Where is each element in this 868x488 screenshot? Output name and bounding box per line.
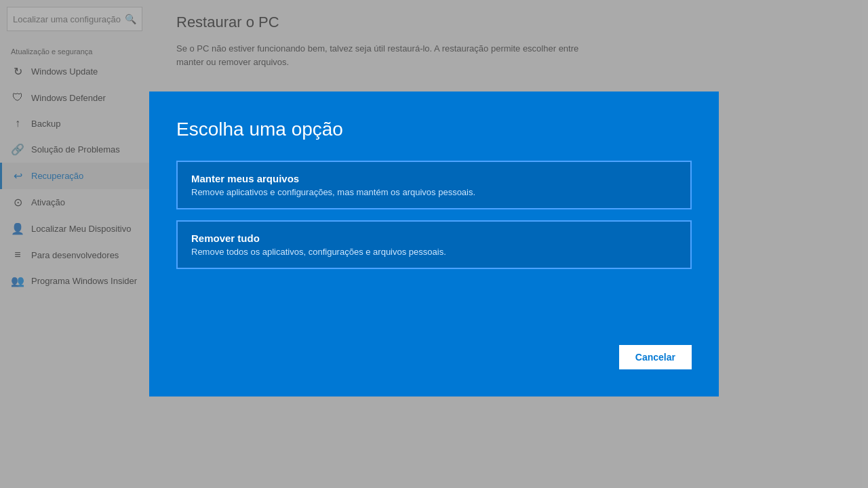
dialog-footer: Cancelar	[176, 325, 692, 369]
remove-all-option[interactable]: Remover tudo Remove todos os aplicativos…	[176, 220, 692, 269]
dialog-title: Escolha uma opção	[176, 119, 692, 140]
keep-files-title: Manter meus arquivos	[191, 173, 677, 184]
keep-files-description: Remove aplicativos e configurações, mas …	[191, 187, 677, 197]
cancel-button[interactable]: Cancelar	[619, 345, 692, 369]
dialog-overlay: Escolha uma opção Manter meus arquivos R…	[0, 0, 868, 488]
reset-pc-dialog: Escolha uma opção Manter meus arquivos R…	[149, 92, 719, 396]
remove-all-description: Remove todos os aplicativos, configuraçõ…	[191, 247, 677, 257]
keep-files-option[interactable]: Manter meus arquivos Remove aplicativos …	[176, 161, 692, 209]
remove-all-title: Remover tudo	[191, 232, 677, 244]
